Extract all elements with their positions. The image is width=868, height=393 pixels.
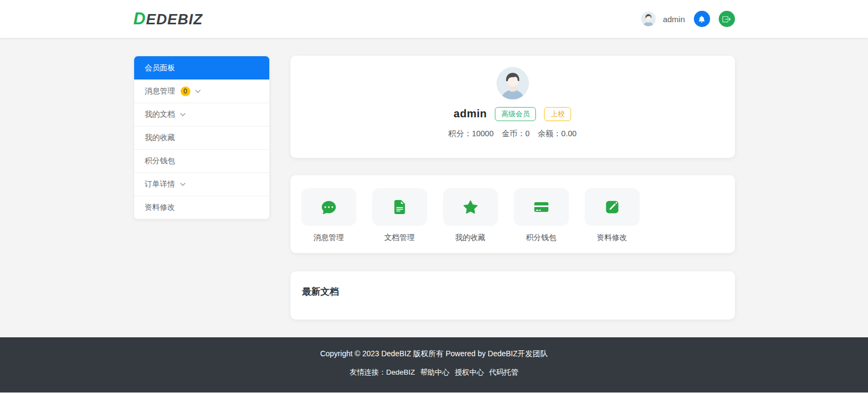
sidebar-item-member-panel[interactable]: 会员面板	[134, 56, 269, 79]
shortcut-label: 我的收藏	[455, 233, 486, 243]
chevron-down-icon	[180, 183, 185, 186]
logout-button[interactable]	[719, 11, 735, 27]
sidebar-item-label: 我的收藏	[145, 133, 175, 143]
sidebar-item-label: 会员面板	[145, 63, 175, 73]
footer-link-license-center[interactable]: 授权中心	[455, 368, 484, 376]
sidebar-item-favorites[interactable]: 我的收藏	[134, 126, 269, 149]
shortcut-messages[interactable]: 消息管理	[301, 188, 356, 253]
footer-link-help-center[interactable]: 帮助中心	[420, 368, 449, 376]
sidebar-item-label: 资料修改	[145, 203, 175, 212]
friend-links: 友情连接：DedeBIZ 帮助中心 授权中心 代码托管	[0, 368, 868, 377]
chat-icon	[301, 188, 356, 226]
shortcuts-card: 消息管理 文档管理 我的收藏	[290, 175, 735, 253]
top-header: DEDEBIZ admin	[0, 0, 868, 38]
shortcut-favorites[interactable]: 我的收藏	[443, 188, 498, 253]
rank-badge: 上校	[544, 107, 571, 121]
shortcut-edit-profile[interactable]: 资料修改	[585, 188, 640, 253]
friend-links-label: 友情连接：	[349, 368, 386, 376]
sidebar-item-label: 订单详情	[145, 179, 175, 189]
latest-documents-card: 最新文档	[290, 271, 735, 319]
shortcut-label: 资料修改	[597, 233, 627, 243]
main-area: 会员面板 消息管理 0 我的文档 我的收藏 积分钱包 订单详情 资料修改	[0, 38, 868, 319]
shortcut-label: 文档管理	[385, 233, 415, 243]
dedebiz-logo[interactable]: DEDEBIZ	[134, 9, 203, 29]
message-count-badge: 0	[181, 86, 190, 96]
shortcut-label: 消息管理	[314, 233, 344, 243]
profile-card: admin 高级会员 上校 积分：10000 金币：0 余额：0.00	[290, 56, 735, 158]
sidebar-item-my-documents[interactable]: 我的文档	[134, 103, 269, 126]
shortcut-documents[interactable]: 文档管理	[372, 188, 427, 253]
member-level-badge: 高级会员	[495, 107, 536, 121]
logout-icon	[723, 15, 731, 23]
page-footer: Copyright © 2023 DedeBIZ 版权所有 Powered by…	[0, 337, 868, 392]
profile-username: admin	[454, 108, 487, 120]
profile-stats: 积分：10000 金币：0 余额：0.00	[448, 129, 577, 139]
coins-stat: 金币：0	[502, 129, 530, 139]
document-icon	[372, 188, 427, 226]
logo-letter-d: D	[134, 9, 146, 28]
sidebar-item-label: 积分钱包	[145, 156, 175, 166]
balance-stat: 余额：0.00	[538, 129, 577, 139]
chevron-down-icon	[195, 90, 201, 93]
star-icon	[443, 188, 498, 226]
user-avatar-small[interactable]	[641, 11, 656, 26]
footer-link-code-hosting[interactable]: 代码托管	[489, 368, 519, 376]
member-sidebar: 会员面板 消息管理 0 我的文档 我的收藏 积分钱包 订单详情 资料修改	[134, 56, 270, 219]
user-avatar-large	[496, 66, 529, 100]
latest-documents-title: 最新文档	[302, 285, 723, 298]
chevron-down-icon	[180, 113, 185, 116]
shortcut-wallet[interactable]: 积分钱包	[514, 188, 569, 253]
content-column: admin 高级会员 上校 积分：10000 金币：0 余额：0.00 消息管理	[290, 56, 735, 319]
sidebar-item-points-wallet[interactable]: 积分钱包	[134, 149, 269, 172]
sidebar-item-label: 我的文档	[145, 110, 175, 119]
credit-card-icon	[514, 188, 569, 226]
username-link[interactable]: admin	[663, 15, 685, 24]
edit-icon	[585, 188, 640, 226]
bell-icon	[698, 15, 706, 23]
logo-text: EDEBIZ	[146, 11, 203, 28]
shortcut-label: 积分钱包	[526, 233, 556, 243]
footer-link-dedebiz[interactable]: DedeBIZ	[386, 368, 415, 376]
copyright-text: Copyright © 2023 DedeBIZ 版权所有 Powered by…	[0, 337, 868, 359]
notifications-button[interactable]	[694, 11, 710, 27]
sidebar-item-edit-profile[interactable]: 资料修改	[134, 196, 269, 219]
sidebar-item-orders[interactable]: 订单详情	[134, 172, 269, 196]
points-stat: 积分：10000	[448, 129, 494, 139]
sidebar-item-label: 消息管理	[145, 86, 175, 96]
sidebar-item-messages[interactable]: 消息管理 0	[134, 79, 269, 103]
